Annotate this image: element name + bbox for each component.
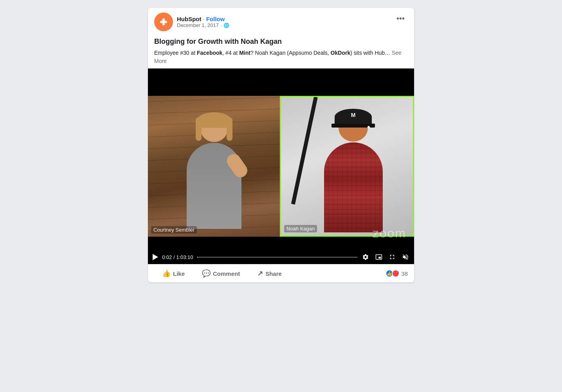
ellipsis-icon: ••• [396,14,405,23]
play-button[interactable] [153,254,158,260]
volume-icon[interactable] [402,253,409,261]
noah-figure: M [322,114,385,236]
video-area[interactable]: Courtney Sembler [148,68,414,264]
like-icon: 👍 [162,269,171,278]
reaction-icons: 👍 ❤️ [385,270,400,277]
share-button[interactable]: ↗ Share [249,266,290,281]
video-split: Courtney Sembler [148,96,414,237]
post-actions: 👍 Like 💬 Comment ↗ Share 👍 ❤️ 38 [148,264,414,282]
globe-icon: 🌐 [223,23,229,28]
desc-mid2: ? Noah Kagan (Appsumo Deals, [250,50,331,56]
dot-separator: · [203,16,204,22]
share-icon: ↗ [257,269,263,278]
right-video-panel: M No [280,96,414,237]
page-name[interactable]: HubSpot [177,16,201,22]
noah-head: M [339,114,368,142]
plaid-lines-v [324,142,383,232]
left-video-panel: Courtney Sembler [148,96,280,237]
settings-icon[interactable] [362,253,369,261]
video-controls: 0:02 / 1:03:10 [148,250,414,264]
courtney-hair [197,112,231,128]
noah-body [324,142,383,232]
like-button[interactable]: 👍 Like [154,266,193,281]
earbud [367,126,370,128]
volume-svg [402,254,409,261]
page-avatar[interactable] [154,13,173,31]
video-container[interactable]: Courtney Sembler [148,68,414,264]
hubspot-logo-icon [157,16,170,28]
love-reaction-icon: ❤️ [392,270,400,277]
courtney-body-container [183,115,245,237]
courtney-body [187,143,241,229]
zoom-watermark: zoom [373,226,406,241]
pip-icon[interactable] [375,253,383,261]
courtney-head [200,115,228,142]
post-title: Blogging for Growth with Noah Kagan [148,36,414,47]
control-icons [362,253,409,261]
post-card: HubSpot · Follow December 1, 2017 · 🌐 ••… [148,8,414,282]
gear-svg [362,254,369,261]
like-label: Like [173,270,185,277]
pip-svg [375,254,382,261]
fullscreen-svg [389,254,396,261]
facebook-link[interactable]: Facebook [197,50,222,56]
share-label: Share [265,270,282,277]
noah-name-label: Noah Kagan [284,225,317,232]
comment-icon: 💬 [202,269,211,278]
noah-cap: M [335,109,372,125]
post-header: HubSpot · Follow December 1, 2017 · 🌐 ••… [148,8,414,36]
desc-mid1: , #4 at [222,50,239,56]
more-options-button[interactable]: ••• [393,13,408,25]
okdork-link[interactable]: OkDork [331,50,351,56]
progress-bar[interactable] [197,257,358,258]
meta-bottom: December 1, 2017 · 🌐 [177,22,229,28]
courtney-name-label: Courtney Sembler [151,226,197,234]
comment-button[interactable]: 💬 Comment [194,266,248,281]
desc-pre: Employee #30 at [154,50,197,56]
post-date: December 1, 2017 [177,22,219,28]
mint-link[interactable]: Mint [239,50,250,56]
cap-logo: M [351,112,356,118]
follow-button[interactable]: Follow [206,16,225,22]
action-buttons: 👍 Like 💬 Comment ↗ Share [154,266,290,281]
comment-label: Comment [213,270,240,277]
reactions-right: 👍 ❤️ 38 [385,270,408,277]
header-left: HubSpot · Follow December 1, 2017 · 🌐 [154,13,229,31]
play-icon [153,254,158,260]
fullscreen-icon[interactable] [388,253,396,261]
noah-body-container: M [322,114,385,236]
desc-end: ) sits with Hub… [350,50,390,56]
svg-point-5 [162,20,165,23]
separator-dot: · [220,22,222,28]
reaction-count: 38 [401,270,408,277]
time-current: 0:02 / 1:03:10 [162,254,193,260]
courtney-figure [183,115,245,237]
post-meta: HubSpot · Follow December 1, 2017 · 🌐 [177,16,229,28]
post-description: Employee #30 at Facebook, #4 at Mint? No… [148,47,414,68]
meta-top: HubSpot · Follow [177,16,229,22]
